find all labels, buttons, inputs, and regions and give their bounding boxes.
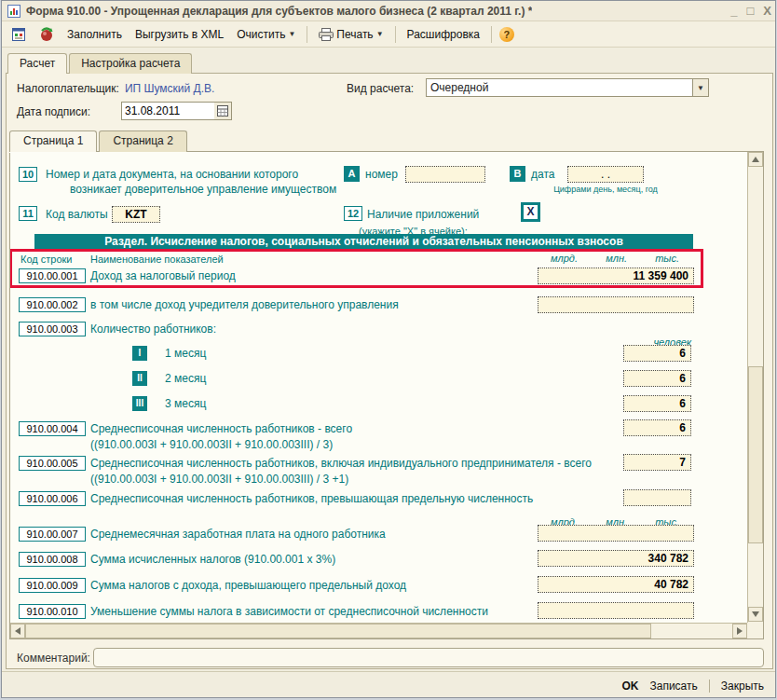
form-910-window: Форма 910.00 - Упрощенная декларация для…	[1, 0, 776, 698]
scroll-left-button[interactable]	[10, 624, 25, 638]
close-button[interactable]: X	[763, 4, 771, 19]
scroll-down-button[interactable]	[748, 607, 763, 622]
comment-input[interactable]	[93, 648, 764, 667]
vertical-scroll-thumb[interactable]	[748, 366, 763, 543]
annotation-highlight-box	[10, 249, 703, 288]
taxpayer-row: Налогоплательщик: ИП Шумский Д.В.	[17, 82, 214, 95]
badge-b: B	[510, 166, 525, 182]
currency-code-field[interactable]: KZT	[112, 206, 160, 223]
arrow-down-icon	[752, 611, 759, 617]
clear-button[interactable]: Очистить ▼	[233, 26, 299, 43]
scroll-up-button[interactable]	[748, 152, 763, 167]
month-1-label: 1 месяц	[165, 347, 206, 360]
row-008-code: 910.00.008	[19, 552, 86, 567]
report-form-button[interactable]	[7, 25, 30, 44]
calc-kind-label: Вид расчета:	[347, 82, 414, 95]
footer-separator	[709, 679, 710, 693]
minimize-button[interactable]: _	[730, 4, 737, 19]
toolbar-separator	[307, 26, 307, 43]
row-008-value[interactable]: 340 782	[538, 550, 694, 567]
decipher-button[interactable]: Расшифровка	[403, 26, 484, 43]
maximize-button[interactable]: □	[746, 4, 754, 19]
toolbar-separator	[491, 26, 492, 43]
export-xml-button[interactable]: Выгрузить в XML	[131, 26, 227, 43]
currency-code-label: Код валюты	[46, 208, 108, 221]
tab-page-1[interactable]: Страница 1	[9, 130, 97, 152]
combo-dropdown-button[interactable]: ▼	[692, 79, 708, 96]
row-005-code: 910.00.005	[19, 456, 86, 471]
chevron-down-icon: ▼	[376, 30, 384, 38]
window-title: Форма 910.00 - Упрощенная декларация для…	[26, 5, 532, 18]
report-form-icon	[11, 27, 26, 42]
scrollbar-corner	[747, 623, 763, 638]
row-009-code: 910.00.009	[19, 578, 86, 593]
horizontal-scroll-thumb[interactable]	[25, 624, 651, 638]
tab-calc[interactable]: Расчет	[7, 53, 67, 74]
month-1-value[interactable]: 6	[623, 345, 691, 362]
row-006-name: Среднесписочная численность работников, …	[90, 492, 533, 505]
taxpayer-link[interactable]: ИП Шумский Д.В.	[125, 82, 215, 95]
calendar-button[interactable]	[214, 102, 232, 120]
row-008-name: Сумма исчисленных налогов (910.00.001 х …	[90, 553, 335, 566]
print-button[interactable]: Печать ▼	[315, 26, 387, 43]
month-1-badge: I	[132, 346, 147, 361]
fill-button[interactable]: Заполнить	[63, 26, 126, 43]
row-009-value[interactable]: 40 782	[538, 576, 694, 593]
row-004-name: Среднесписочная численность работников -…	[90, 422, 352, 435]
month-3-value[interactable]: 6	[623, 395, 691, 412]
row-004-value[interactable]: 6	[623, 419, 691, 436]
form-content: 10 Номер и дата документа, на основании …	[10, 152, 747, 623]
row-007-value[interactable]	[538, 525, 694, 542]
scroll-right-button[interactable]	[732, 624, 747, 638]
refresh-button[interactable]	[35, 25, 58, 44]
printer-icon	[319, 28, 334, 41]
cell-12-code: 12	[344, 206, 362, 221]
close-window-button[interactable]: Закрыть	[721, 679, 764, 693]
toolbar-separator	[395, 26, 396, 43]
row-004-code: 910.00.004	[19, 421, 86, 436]
row-006-code: 910.00.006	[19, 491, 86, 506]
calc-kind-select[interactable]: Очередной ▼	[426, 78, 709, 97]
save-button[interactable]: Записать	[650, 679, 698, 693]
cell-11-code: 11	[19, 206, 37, 221]
horizontal-scrollbar[interactable]	[10, 623, 747, 638]
month-2-badge: II	[132, 371, 147, 386]
calc-kind-label-wrap: Вид расчета:	[347, 82, 414, 95]
main-tab-strip: Расчет Настройка расчета	[7, 53, 192, 74]
sign-date-input[interactable]	[121, 102, 215, 120]
row-005-name: Среднесписочная численность работников, …	[90, 457, 592, 470]
row-002-name: в том числе доход учредителя доверительн…	[90, 298, 399, 311]
row-002-value[interactable]	[538, 296, 694, 313]
badge-a: A	[344, 166, 360, 182]
row-005-value[interactable]: 7	[623, 454, 691, 471]
calendar-icon	[217, 105, 228, 117]
attachments-checkbox[interactable]: X	[521, 202, 540, 222]
row-007-code: 910.00.007	[19, 527, 86, 542]
row-005-formula: ((910.00.003I + 910.00.003II + 910.00.00…	[90, 473, 348, 486]
sign-date-label-wrap: Дата подписи:	[17, 105, 90, 118]
month-2-value[interactable]: 6	[623, 370, 691, 387]
row-006-value[interactable]	[623, 489, 691, 506]
row-009-name: Сумма налогов с дохода, превышающего пре…	[90, 579, 406, 592]
form-scroll-panel: 10 Номер и дата документа, на основании …	[9, 151, 764, 639]
help-button[interactable]: ?	[499, 27, 514, 42]
vertical-scrollbar[interactable]	[747, 152, 763, 623]
arrow-up-icon	[752, 157, 759, 162]
app-chart-doc-icon	[7, 5, 20, 18]
field-doc-number[interactable]	[405, 166, 485, 183]
attachments-label: Наличие приложений	[367, 208, 479, 221]
tab-calc-settings[interactable]: Настройка расчета	[69, 53, 192, 74]
label-data: дата	[531, 168, 554, 181]
row-004-formula: ((910.00.003I + 910.00.003II + 910.00.00…	[90, 438, 333, 451]
cell-10-code: 10	[19, 167, 37, 182]
arrow-left-icon	[15, 627, 20, 635]
row-002-code: 910.00.002	[19, 297, 86, 312]
tab-page-2[interactable]: Страница 2	[99, 130, 186, 152]
ok-button[interactable]: OK	[622, 679, 639, 693]
field-doc-date[interactable]: . .	[567, 166, 644, 183]
row-010-value[interactable]	[538, 602, 694, 619]
row10-label-line2: возникает доверительное управление имуще…	[70, 183, 336, 196]
comment-label: Комментарий:	[17, 652, 90, 665]
page-tab-strip: Страница 1 Страница 2	[9, 130, 187, 152]
label-nomer: номер	[365, 168, 398, 181]
